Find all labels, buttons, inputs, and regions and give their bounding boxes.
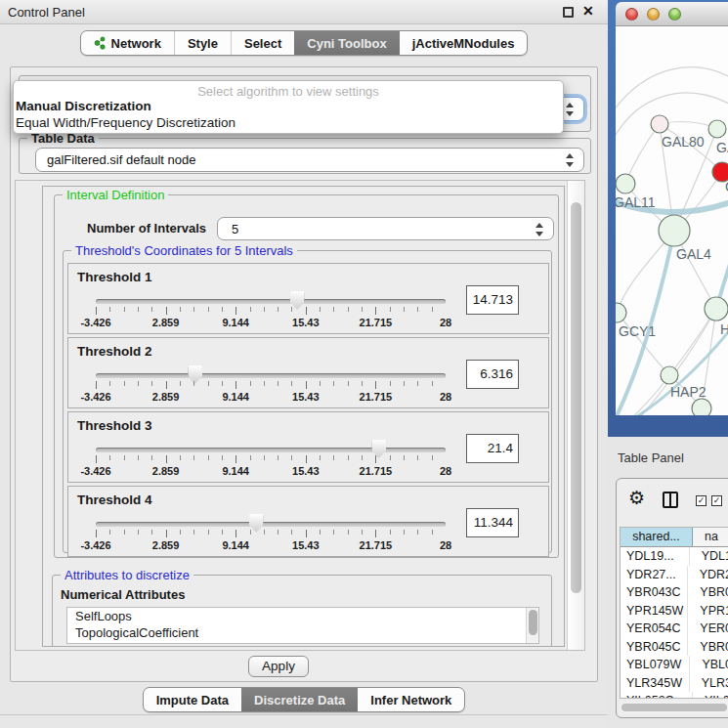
cell[interactable]: YBL0 [690, 656, 728, 674]
cell[interactable]: YBR0 [688, 583, 728, 602]
slider-track[interactable] [96, 373, 446, 378]
tick-label: 28 [440, 317, 451, 328]
top-tabbar: Network Style Select Cyni Toolbox jActiv… [0, 30, 608, 56]
table-row[interactable]: YPR145W YPR1 [621, 602, 728, 621]
tab-select[interactable]: Select [231, 31, 294, 55]
table-row[interactable]: YLR345W YLR3 [621, 674, 728, 693]
threshold-1-slider[interactable]: -3.426 2.859 9.144 15.43 21.715 28 [76, 290, 459, 333]
node-label-partial-low: H [720, 321, 728, 337]
vertical-scrollbar[interactable] [567, 181, 584, 650]
list-scrollbar-thumb[interactable] [529, 610, 537, 635]
threshold-4-value-field[interactable]: 11.344 [466, 508, 519, 537]
close-panel-icon[interactable]: ✕ [582, 3, 594, 19]
threshold-1-value-field[interactable]: 14.713 [466, 285, 519, 315]
cell[interactable]: YBR0 [688, 638, 728, 657]
cell[interactable]: YER0 [688, 620, 728, 638]
checkbox-icon[interactable]: ✓ [696, 495, 707, 506]
tab-jactivemnodules[interactable]: jActiveMNodules [400, 31, 528, 55]
cell[interactable]: YDR27... [621, 566, 688, 584]
table-row[interactable]: YDL19... YDL1 [621, 547, 728, 566]
zoom-traffic-light[interactable] [668, 8, 681, 21]
network-canvas[interactable]: GAL80 GA C GAL11 GAL4 GCY1 H HAP2 [616, 26, 728, 415]
cell[interactable]: YBR043C [621, 583, 688, 602]
horizontal-scrollbar[interactable] [620, 702, 728, 713]
table-row[interactable]: YER054C YER0 [621, 620, 728, 638]
slider-track[interactable] [96, 299, 446, 304]
tab-network[interactable]: Network [81, 31, 174, 55]
table-row[interactable]: YBR045C YBR0 [621, 638, 728, 657]
cell[interactable]: YER054C [621, 620, 688, 638]
tick-label: 15.43 [292, 539, 320, 551]
slider-track[interactable] [96, 448, 446, 452]
list-item[interactable]: BetweennessCentrality [67, 641, 538, 644]
table-panel-title: Table Panel [618, 450, 684, 465]
cell[interactable]: YDL19... [621, 547, 690, 566]
cell[interactable]: YBR045C [621, 638, 688, 657]
threshold-1-label: Threshold 1 [77, 270, 152, 284]
close-traffic-light[interactable] [625, 8, 638, 21]
cell[interactable]: YBL079W [621, 656, 690, 674]
cell[interactable]: YDL1 [690, 547, 728, 566]
node-gal4[interactable] [659, 215, 690, 246]
column-header-name[interactable]: na [693, 528, 728, 546]
cell[interactable]: YIL0 [693, 692, 728, 699]
table-panel: ⚙ ✓ ✓ shared... na YDL19... YDL1 YDR27..… [616, 478, 728, 718]
number-of-intervals-spinner[interactable]: 5 [217, 217, 554, 240]
table-row[interactable]: YBL079W YBL0 [621, 656, 728, 674]
cell[interactable]: YIL052C [621, 692, 693, 699]
cell[interactable]: YLR345W [621, 674, 690, 693]
columns-icon[interactable] [663, 492, 678, 508]
slider-track[interactable] [96, 522, 446, 527]
threshold-3-slider[interactable]: -3.426 2.859 9.144 15.43 21.715 28 [76, 439, 459, 482]
tab-discretize-data[interactable]: Discretize Data [241, 688, 358, 711]
threshold-2-label: Threshold 2 [77, 344, 152, 359]
gear-icon[interactable]: ⚙ [628, 487, 645, 509]
numerical-attributes-list[interactable]: SelfLoops TopologicalCoefficient Between… [66, 607, 539, 644]
node-gal11[interactable] [616, 174, 635, 193]
threshold-3-value-field[interactable]: 21.4 [466, 434, 519, 463]
tab-impute-data-label: Impute Data [156, 693, 229, 707]
node-partial-bottom[interactable] [692, 399, 711, 415]
table-row[interactable]: YIL052C YIL0 [621, 692, 728, 699]
cell[interactable]: YPR1 [688, 602, 728, 621]
settings-scrollpane: Interval Definition Number of Intervals … [15, 180, 585, 651]
cell[interactable]: YPR145W [621, 602, 688, 621]
list-scrollbar[interactable] [526, 608, 538, 643]
apply-button[interactable]: Apply [248, 656, 309, 677]
bottom-tabbar: Impute Data Discretize Data Infer Networ… [0, 687, 608, 712]
list-item[interactable]: SelfLoops [67, 608, 538, 624]
node-gcy1[interactable] [616, 303, 626, 322]
tick-label: 9.144 [222, 539, 249, 551]
vertical-scrollbar-thumb[interactable] [571, 202, 581, 593]
node-partial-top-right[interactable] [708, 120, 726, 138]
checkbox-icon[interactable]: ✓ [711, 495, 722, 506]
tab-cyni-toolbox[interactable]: Cyni Toolbox [294, 31, 399, 55]
tab-impute-data[interactable]: Impute Data [144, 688, 241, 711]
tab-style[interactable]: Style [174, 31, 231, 55]
combo-arrows-icon [566, 102, 575, 117]
table-row[interactable]: YBR043C YBR0 [621, 583, 728, 602]
minimize-traffic-light[interactable] [647, 8, 660, 21]
threshold-4-slider[interactable]: -3.426 2.859 9.144 15.43 21.715 28 [76, 513, 459, 556]
cell[interactable]: YDR2 [688, 566, 728, 584]
table-row[interactable]: YDR27... YDR2 [621, 566, 728, 584]
panel-title: Control Panel [8, 5, 85, 20]
table-data-combobox[interactable]: galFiltered.sif default node [35, 148, 584, 172]
node-label-gcy1: GCY1 [619, 323, 656, 339]
popup-option-equal-width-frequency[interactable]: Equal Width/Frequency Discretization [14, 114, 563, 131]
popup-option-manual-discretization[interactable]: Manual Discretization [14, 98, 563, 114]
node-hap2[interactable] [661, 366, 678, 384]
cell[interactable]: YLR3 [690, 674, 728, 693]
node-gal80[interactable] [651, 115, 668, 133]
node-partial-mid-right[interactable] [705, 297, 728, 321]
tab-infer-network[interactable]: Infer Network [358, 688, 464, 711]
list-item[interactable]: TopologicalCoefficient [67, 624, 538, 641]
network-edge [616, 67, 728, 114]
tab-jactivemnodules-label: jActiveMNodules [412, 36, 515, 51]
horizontal-scrollbar-thumb[interactable] [621, 704, 727, 711]
float-panel-icon[interactable] [563, 7, 574, 18]
threshold-2-slider[interactable]: -3.426 2.859 9.144 15.43 21.715 28 [76, 364, 459, 407]
number-of-intervals-label: Number of Intervals [87, 221, 206, 236]
column-header-shared-name[interactable]: shared... [621, 528, 693, 546]
threshold-2-value-field[interactable]: 6.316 [466, 360, 519, 389]
